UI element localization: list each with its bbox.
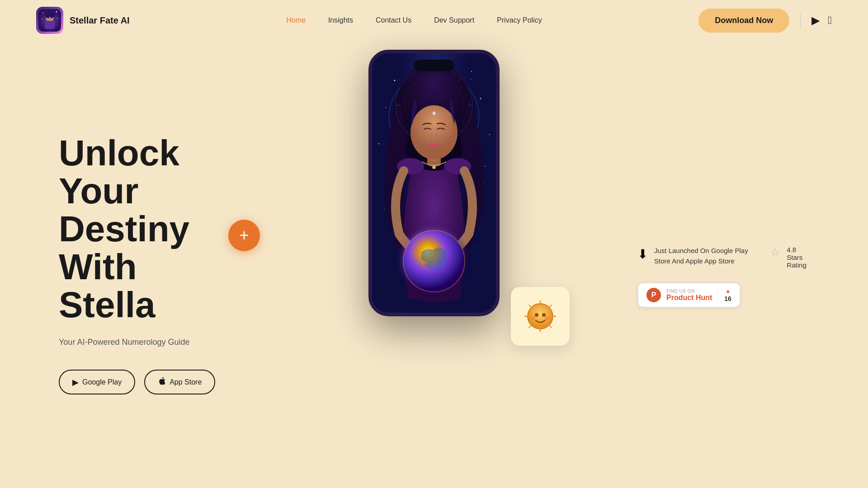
sun-symbol-svg [522, 298, 558, 334]
navbar-actions: Download Now ▶  [698, 9, 832, 33]
svg-point-47 [535, 313, 538, 317]
ph-product-hunt-name: Product Hunt [666, 293, 712, 301]
logo-image [36, 7, 63, 34]
svg-point-5 [56, 11, 57, 13]
svg-line-46 [529, 325, 532, 328]
google-play-btn-icon: ▶ [72, 377, 79, 387]
hero-subtitle: Your AI-Powered Numerology Guide [59, 338, 253, 347]
google-play-button[interactable]: ▶ Google Play [59, 370, 135, 394]
svg-point-48 [542, 313, 546, 317]
nav-link-dev-support[interactable]: Dev Support [434, 16, 474, 24]
ph-arrow-icon: ▲ [725, 288, 731, 294]
svg-point-20 [432, 165, 436, 169]
nav-link-insights[interactable]: Insights [328, 16, 353, 24]
svg-point-4 [42, 12, 43, 13]
navbar-brand: Stellar Fate AI [36, 7, 130, 34]
launch-info: ⬇ Just Launched On Google Play Store And… [637, 246, 809, 269]
svg-rect-3 [45, 21, 55, 29]
launch-item-stores: ⬇ Just Launched On Google Play Store And… [637, 246, 752, 266]
svg-line-34 [458, 78, 461, 81]
phone-screen [372, 53, 496, 313]
hero-right-content: ⬇ Just Launched On Google Play Store And… [637, 246, 809, 308]
ph-find-us-text: FIND US ON [666, 288, 712, 293]
nav-divider [800, 12, 801, 28]
stars-icon: ☆ [770, 246, 780, 258]
phone-container [368, 50, 500, 316]
svg-point-49 [532, 316, 535, 320]
product-hunt-text: FIND US ON Product Hunt [666, 288, 712, 301]
phone-frame [368, 50, 500, 316]
apple-icon[interactable]:  [828, 14, 832, 27]
nav-link-home[interactable]: Home [286, 16, 306, 24]
svg-line-45 [549, 305, 552, 308]
hero-buttons: ▶ Google Play App Store [59, 370, 253, 394]
ph-vote-count: 16 [724, 295, 731, 302]
nav-link-contact[interactable]: Contact Us [376, 16, 411, 24]
svg-line-44 [549, 325, 552, 328]
brand-name: Stellar Fate AI [70, 15, 130, 26]
sun-card [511, 287, 570, 346]
phone-notch [414, 60, 454, 71]
navbar-links: Home Insights Contact Us Dev Support Pri… [286, 16, 542, 24]
launch-item-rating: ☆ 4.8 Stars Rating [770, 246, 809, 269]
hero-section: Unlock Your Destiny With Stella Your AI-… [0, 41, 868, 488]
svg-point-29 [405, 76, 463, 135]
download-icon: ⬇ [637, 247, 648, 262]
product-hunt-logo: P [646, 288, 661, 302]
rating-text: 4.8 Stars Rating [787, 246, 809, 269]
svg-line-36 [458, 129, 461, 132]
plus-button[interactable]: + [228, 220, 260, 251]
product-hunt-count: ▲ 16 [717, 288, 731, 302]
hero-title: Unlock Your Destiny With Stella [59, 134, 253, 324]
product-hunt-badge[interactable]: P FIND US ON Product Hunt ▲ 16 [637, 282, 741, 308]
svg-point-50 [545, 316, 549, 320]
svg-line-37 [407, 129, 410, 132]
hero-left-content: Unlock Your Destiny With Stella Your AI-… [59, 134, 253, 394]
apple-btn-icon [158, 377, 166, 387]
launch-text: Just Launched On Google Play Store And A… [654, 246, 752, 266]
svg-line-35 [407, 78, 410, 81]
svg-line-43 [529, 305, 532, 308]
svg-point-27 [485, 166, 486, 167]
app-store-button[interactable]: App Store [144, 370, 215, 394]
svg-point-7 [42, 19, 42, 19]
navbar: Stellar Fate AI Home Insights Contact Us… [0, 0, 868, 41]
download-button[interactable]: Download Now [698, 9, 789, 33]
nav-link-privacy[interactable]: Privacy Policy [497, 16, 542, 24]
google-play-icon[interactable]: ▶ [811, 14, 820, 27]
svg-point-6 [57, 18, 58, 19]
platform-icons: ▶  [811, 14, 832, 27]
